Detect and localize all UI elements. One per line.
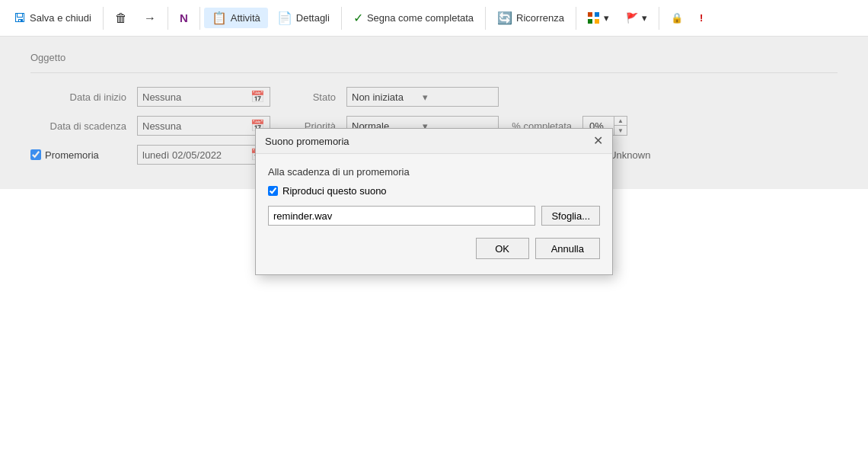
toolbar: 🖫 Salva e chiudi 🗑 → N 📋 Attività 📄 Dett…: [0, 0, 868, 37]
dialog-section-label: Alla scadenza di un promemoria: [268, 166, 600, 178]
delete-button[interactable]: 🗑: [107, 8, 135, 28]
sound-file-input[interactable]: [268, 206, 535, 226]
separator-3: [199, 7, 200, 30]
separator-6: [576, 7, 576, 30]
excl-button[interactable]: !: [692, 9, 710, 27]
apps-icon: [588, 12, 600, 24]
browse-label: Sfoglia...: [551, 210, 590, 222]
ricorrenza-button[interactable]: 🔄 Ricorrenza: [490, 8, 572, 28]
dialog-file-row: Sfoglia...: [268, 206, 600, 226]
ok-button[interactable]: OK: [476, 238, 529, 259]
apps-button[interactable]: ▾: [580, 9, 617, 27]
lock-button[interactable]: 🔒: [663, 9, 691, 27]
arrow-button[interactable]: →: [136, 8, 164, 28]
separator-7: [659, 7, 659, 30]
play-sound-checkbox[interactable]: [268, 186, 278, 196]
save-icon: 🖫: [14, 11, 26, 25]
modal-overlay: Suono promemoria ✕ Alla scadenza di un p…: [0, 37, 868, 189]
onenote-button[interactable]: N: [172, 8, 196, 27]
flag-button[interactable]: 🚩 ▾: [618, 9, 655, 27]
delete-icon: 🗑: [115, 11, 127, 25]
dialog-header: Suono promemoria ✕: [256, 129, 612, 154]
separator-1: [103, 7, 104, 30]
separator-2: [168, 7, 168, 30]
suono-promemoria-dialog: Suono promemoria ✕ Alla scadenza di un p…: [255, 128, 613, 275]
dialog-close-button[interactable]: ✕: [593, 135, 603, 147]
attivita-label: Attività: [231, 12, 260, 24]
dialog-title: Suono promemoria: [265, 136, 349, 147]
segna-label: Segna come completata: [367, 12, 474, 24]
dialog-body: Alla scadenza di un promemoria Riproduci…: [256, 154, 612, 274]
onenote-icon: N: [180, 11, 188, 24]
dettagli-label: Dettagli: [296, 12, 330, 24]
flag-arrow: ▾: [642, 12, 647, 24]
attivita-button[interactable]: 📋 Attività: [204, 8, 268, 28]
dialog-footer: OK Annulla: [268, 238, 600, 262]
check-icon: ✓: [353, 11, 363, 25]
excl-icon: !: [700, 12, 703, 24]
cancel-button[interactable]: Annulla: [535, 238, 600, 259]
main-content: Oggetto Data di inizio Nessuna 📅 Stato N…: [0, 37, 868, 189]
browse-button[interactable]: Sfoglia...: [541, 206, 600, 226]
save-close-label: Salva e chiudi: [30, 12, 91, 24]
flag-icon: 🚩: [626, 12, 638, 24]
separator-4: [341, 7, 342, 30]
details-icon: 📄: [277, 11, 292, 25]
apps-arrow: ▾: [604, 12, 609, 24]
dialog-checkbox-row: Riproduci questo suono: [268, 185, 600, 197]
lock-icon: 🔒: [671, 12, 683, 24]
cancel-label: Annulla: [551, 243, 584, 255]
dettagli-button[interactable]: 📄 Dettagli: [270, 8, 337, 28]
ricorrenza-label: Ricorrenza: [516, 12, 564, 24]
segna-button[interactable]: ✓ Segna come completata: [346, 8, 481, 28]
play-sound-label: Riproduci questo suono: [282, 185, 387, 197]
arrow-icon: →: [144, 11, 156, 25]
task-icon: 📋: [212, 11, 227, 25]
recur-icon: 🔄: [497, 11, 512, 25]
save-close-button[interactable]: 🖫 Salva e chiudi: [6, 8, 99, 28]
ok-label: OK: [495, 243, 509, 255]
separator-5: [485, 7, 486, 30]
